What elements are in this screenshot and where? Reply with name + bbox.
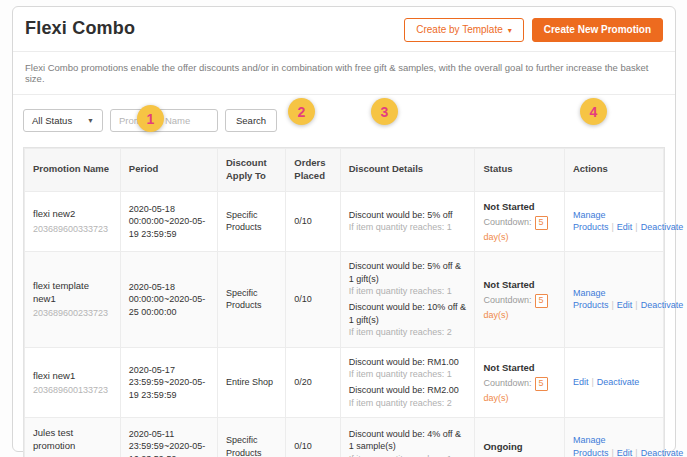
table-row: flexi template new12036896002337232020-0… (25, 252, 664, 348)
discount-detail-condition: If item quantity reaches: 1 (349, 221, 467, 234)
column-header: Orders Placed (286, 149, 340, 192)
promotion-name-cell: flexi template new1203689600233723 (25, 252, 121, 348)
annotation-badge-2: 2 (288, 98, 315, 125)
caret-down-icon: ▼ (87, 117, 94, 124)
countdown-days-box: 5 (535, 216, 548, 230)
period-cell: 2020-05-18 00:00:00~2020-05-25 00:00:00 (120, 252, 217, 348)
chevron-down-icon: ▾ (508, 26, 512, 35)
annotation-badge-3: 3 (371, 98, 398, 125)
promotion-name-cell: flexi new1203689600133723 (25, 347, 121, 417)
column-header: Actions (564, 149, 663, 192)
create-by-template-button[interactable]: Create by Template▾ (404, 18, 524, 42)
column-header: Status (475, 149, 564, 192)
discount-detail: Discount would be: RM1.00If item quantit… (349, 356, 467, 381)
action-manage-products[interactable]: Manage Products (573, 210, 609, 233)
discount-details-cell: Discount would be: 5% off & 1 gift(s)If … (340, 252, 475, 348)
promotion-id: 203689600133723 (33, 384, 112, 397)
discount-detail-condition: If item quantity reaches: 1 (349, 285, 467, 298)
status-badge: Not Started (483, 278, 555, 291)
countdown-prefix: Countdown: (483, 295, 531, 305)
countdown: Countdown:5day(s) (483, 294, 555, 321)
promotion-name-input[interactable] (110, 109, 218, 132)
countdown: Countdown:5day(s) (483, 377, 555, 404)
action-separator: | (635, 448, 637, 457)
status-filter-select[interactable]: All Status ▼ (23, 109, 103, 132)
countdown-suffix: day(s) (483, 231, 555, 244)
apply-to-value: Specific Products (226, 434, 277, 457)
discount-detail: Discount would be: 5% off & 1 gift(s)If … (349, 260, 467, 298)
promotion-name-cell: flexi new2203689600333723 (25, 191, 121, 252)
discount-detail-condition: If item quantity reaches: 2 (349, 397, 467, 410)
orders-placed-cell: 0/10 (286, 191, 340, 252)
actions-cell: Edit|Deactivate (564, 347, 663, 417)
promotion-id: 203689600333723 (33, 223, 112, 236)
promotion-name: Jules test promotion (33, 426, 112, 453)
action-deactivate[interactable]: Deactivate (641, 300, 684, 310)
action-edit[interactable]: Edit (617, 448, 633, 457)
actions-cell: Manage Products|Edit|Deactivate (564, 252, 663, 348)
table-row: Jules test promotion2036880001337232020-… (25, 418, 664, 457)
create-new-promotion-button[interactable]: Create New Promotion (532, 18, 663, 42)
table-row: flexi new12036896001337232020-05-17 23:5… (25, 347, 664, 417)
action-separator: | (611, 300, 613, 310)
discount-detail-condition: If item quantity reaches: 2 (349, 326, 467, 339)
discount-apply-to-cell: Specific Products (217, 252, 285, 348)
promotion-name-cell: Jules test promotion203688000133723 (25, 418, 121, 457)
status-cell: Not StartedCountdown:5day(s) (475, 191, 564, 252)
status-cell: Not StartedCountdown:5day(s) (475, 252, 564, 348)
status-cell: Not StartedCountdown:5day(s) (475, 347, 564, 417)
promotion-name: flexi new2 (33, 207, 112, 220)
column-header: Discount Apply To (217, 149, 285, 192)
action-manage-products[interactable]: Manage Products (573, 435, 609, 457)
status-badge: Not Started (483, 200, 555, 213)
period-cell: 2020-05-17 23:59:59~2020-05-19 23:59:59 (120, 347, 217, 417)
action-edit[interactable]: Edit (617, 222, 633, 232)
action-deactivate[interactable]: Deactivate (641, 222, 684, 232)
create-by-template-label: Create by Template (416, 24, 503, 35)
action-separator: | (611, 448, 613, 457)
status-cell: Ongoing (475, 418, 564, 457)
discount-apply-to-cell: Specific Products (217, 418, 285, 457)
promotions-table: Promotion NamePeriodDiscount Apply ToOrd… (24, 148, 664, 457)
page-title: Flexi Combo (25, 18, 135, 39)
action-manage-products[interactable]: Manage Products (573, 288, 609, 311)
status-badge: Not Started (483, 361, 555, 374)
countdown-prefix: Countdown: (483, 378, 531, 388)
discount-detail-main: Discount would be: RM2.00 (349, 384, 467, 397)
search-button[interactable]: Search (225, 109, 277, 132)
action-edit[interactable]: Edit (573, 377, 589, 387)
column-header: Promotion Name (25, 149, 121, 192)
period-value: 2020-05-11 23:59:59~2020-05-16 23:59:59 (129, 428, 209, 457)
period-value: 2020-05-18 00:00:00~2020-05-19 23:59:59 (129, 203, 209, 241)
action-edit[interactable]: Edit (617, 300, 633, 310)
discount-detail-condition: If item quantity reaches: 1 (349, 453, 467, 457)
promotions-table-wrap: Promotion NamePeriodDiscount Apply ToOrd… (23, 147, 665, 457)
discount-details-cell: Discount would be: RM1.00If item quantit… (340, 347, 475, 417)
countdown-days-box: 5 (535, 294, 548, 308)
discount-detail-main: Discount would be: 5% off (349, 209, 467, 222)
filter-bar: All Status ▼ Search (13, 95, 675, 143)
header-buttons: Create by Template▾ Create New Promotion (404, 18, 663, 42)
discount-details-cell: Discount would be: 5% offIf item quantit… (340, 191, 475, 252)
orders-placed-cell: 0/10 (286, 252, 340, 348)
countdown-suffix: day(s) (483, 309, 555, 322)
discount-detail-main: Discount would be: 10% off & 1 gift(s) (349, 301, 467, 326)
action-separator: | (591, 377, 593, 387)
orders-placed-cell: 0/10 (286, 418, 340, 457)
table-header-row: Promotion NamePeriodDiscount Apply ToOrd… (25, 149, 664, 192)
action-deactivate[interactable]: Deactivate (597, 377, 640, 387)
actions-cell: Manage Products|Edit|Deactivate (564, 191, 663, 252)
column-header: Discount Details (340, 149, 475, 192)
discount-detail-condition: If item quantity reaches: 1 (349, 368, 467, 381)
discount-details-cell: Discount would be: 4% off & 1 sample(s)I… (340, 418, 475, 457)
period-value: 2020-05-18 00:00:00~2020-05-25 00:00:00 (129, 281, 209, 319)
discount-detail-main: Discount would be: RM1.00 (349, 356, 467, 369)
discount-detail-main: Discount would be: 4% off & 1 sample(s) (349, 428, 467, 453)
discount-apply-to-cell: Entire Shop (217, 347, 285, 417)
period-value: 2020-05-17 23:59:59~2020-05-19 23:59:59 (129, 364, 209, 402)
discount-detail: Discount would be: 4% off & 1 sample(s)I… (349, 428, 467, 457)
annotation-badge-4: 4 (580, 98, 607, 125)
action-separator: | (611, 222, 613, 232)
column-header: Period (120, 149, 217, 192)
action-deactivate[interactable]: Deactivate (641, 448, 684, 457)
